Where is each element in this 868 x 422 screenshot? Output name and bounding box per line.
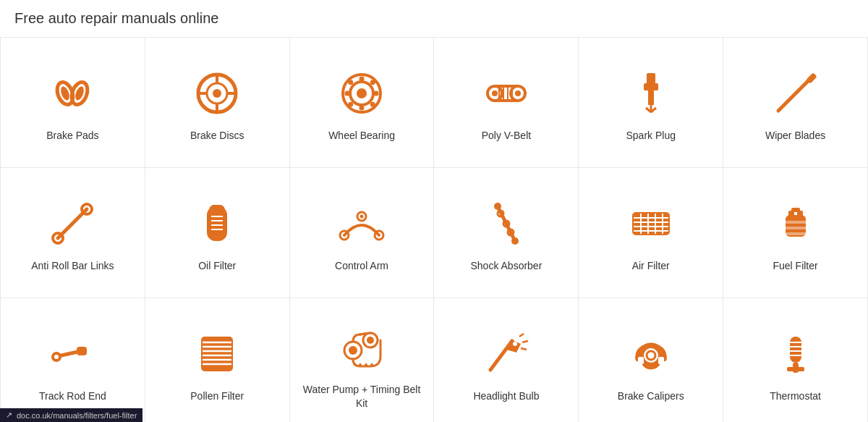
wheel-bearing-icon <box>336 68 387 119</box>
svg-rect-102 <box>638 357 644 364</box>
svg-rect-44 <box>211 205 223 209</box>
svg-point-13 <box>357 88 367 98</box>
card-label-air-filter: Air Filter <box>632 259 670 272</box>
card-oil-filter[interactable]: Oil Filter <box>145 168 290 298</box>
card-label-thermostat: Thermostat <box>770 389 821 402</box>
card-headlight-bulb[interactable]: Headlight Bulb <box>434 298 579 422</box>
svg-point-93 <box>365 363 367 366</box>
card-label-fuel-filter: Fuel Filter <box>773 259 817 272</box>
url-bar: ↗ doc.co.uk/manuals/filters/fuel-filter <box>0 408 142 422</box>
card-label-poly-v-belt: Poly V-Belt <box>482 129 531 142</box>
brake-discs-icon <box>192 68 242 119</box>
shock-absorber-icon <box>481 198 532 249</box>
card-label-water-pump-timing-belt-kit: Water Pump + Timing Belt Kit <box>297 383 427 409</box>
card-track-rod-end[interactable]: Track Rod End <box>1 298 145 422</box>
svg-rect-72 <box>786 221 806 224</box>
card-label-pollen-filter: Pollen Filter <box>190 389 244 402</box>
svg-rect-74 <box>786 232 806 235</box>
card-brake-discs[interactable]: Brake Discs <box>145 38 290 168</box>
svg-point-23 <box>492 90 498 96</box>
card-pollen-filter[interactable]: Pollen Filter <box>145 298 290 422</box>
headlight-bulb-icon <box>481 329 532 379</box>
svg-line-99 <box>521 348 527 350</box>
card-label-spark-plug: Spark Plug <box>626 129 676 142</box>
svg-point-87 <box>349 346 357 355</box>
svg-rect-104 <box>790 337 801 363</box>
svg-point-54 <box>494 203 501 210</box>
card-brake-pads[interactable]: Brake Pads <box>1 38 145 168</box>
card-label-anti-roll-bar-links: Anti Roll Bar Links <box>31 259 114 272</box>
url-bar-icon: ↗ <box>6 410 12 420</box>
svg-rect-34 <box>648 90 654 105</box>
url-bar-text: doc.co.uk/manuals/filters/fuel-filter <box>17 411 137 420</box>
svg-rect-110 <box>787 367 804 371</box>
svg-point-20 <box>370 80 375 85</box>
card-wheel-bearing[interactable]: Wheel Bearing <box>290 38 435 168</box>
card-label-wheel-bearing: Wheel Bearing <box>328 129 395 142</box>
svg-rect-103 <box>658 357 664 364</box>
svg-rect-71 <box>791 208 800 212</box>
card-label-control-arm: Control Arm <box>335 259 388 272</box>
thermostat-icon <box>770 329 821 379</box>
spark-plug-icon <box>626 68 676 119</box>
svg-rect-76 <box>77 347 87 355</box>
svg-rect-73 <box>786 227 806 229</box>
card-label-brake-calipers: Brake Calipers <box>618 389 684 402</box>
card-fuel-filter[interactable]: Fuel Filter <box>723 168 868 298</box>
svg-rect-32 <box>647 73 655 85</box>
svg-point-89 <box>367 337 374 344</box>
svg-point-16 <box>345 91 350 96</box>
svg-line-98 <box>522 341 528 342</box>
svg-point-92 <box>359 363 362 366</box>
svg-point-25 <box>515 90 521 96</box>
card-wiper-blades[interactable]: Wiper Blades <box>723 38 868 168</box>
air-filter-icon <box>626 198 676 249</box>
water-pump-timing-belt-kit-icon <box>336 322 387 373</box>
brake-calipers-icon <box>626 329 676 379</box>
control-arm-icon <box>336 198 387 249</box>
card-poly-v-belt[interactable]: Poly V-Belt <box>434 38 579 168</box>
card-water-pump-timing-belt-kit[interactable]: Water Pump + Timing Belt Kit <box>290 298 435 422</box>
oil-filter-icon <box>192 198 242 249</box>
page-title: Free auto repair manuals online <box>0 0 868 37</box>
svg-point-6 <box>213 89 221 98</box>
card-label-wiper-blades: Wiper Blades <box>765 129 825 142</box>
card-label-brake-discs: Brake Discs <box>190 129 244 142</box>
card-anti-roll-bar-links[interactable]: Anti Roll Bar Links <box>1 168 145 298</box>
svg-point-18 <box>348 80 353 85</box>
svg-point-52 <box>360 215 364 219</box>
wiper-blades-icon <box>770 68 821 119</box>
card-shock-absorber[interactable]: Shock Absorber <box>434 168 579 298</box>
svg-point-55 <box>511 237 519 245</box>
poly-v-belt-icon <box>481 68 532 119</box>
card-brake-calipers[interactable]: Brake Calipers <box>579 298 723 422</box>
svg-point-90 <box>359 333 362 336</box>
svg-point-96 <box>513 342 517 346</box>
svg-point-94 <box>370 363 373 366</box>
card-label-headlight-bulb: Headlight Bulb <box>473 389 539 402</box>
svg-point-19 <box>370 102 375 107</box>
card-label-shock-absorber: Shock Absorber <box>470 259 542 272</box>
track-rod-end-icon <box>47 329 98 379</box>
svg-point-15 <box>359 106 365 111</box>
svg-point-78 <box>54 355 59 359</box>
card-control-arm[interactable]: Control Arm <box>290 168 435 298</box>
svg-point-91 <box>363 332 366 335</box>
svg-rect-42 <box>208 208 226 240</box>
card-air-filter[interactable]: Air Filter <box>579 168 723 298</box>
fuel-filter-icon <box>770 198 821 249</box>
card-label-brake-pads: Brake Pads <box>46 129 98 142</box>
card-label-oil-filter: Oil Filter <box>198 259 236 272</box>
card-label-track-rod-end: Track Rod End <box>39 389 106 402</box>
card-thermostat[interactable]: Thermostat <box>723 298 868 422</box>
anti-roll-bar-links-icon <box>47 198 98 249</box>
parts-grid: Brake Pads Brake Discs <box>0 37 868 422</box>
svg-line-97 <box>519 334 524 337</box>
svg-rect-33 <box>644 83 658 90</box>
brake-pads-icon <box>47 68 98 119</box>
svg-point-21 <box>348 102 353 107</box>
card-spark-plug[interactable]: Spark Plug <box>579 38 723 168</box>
pollen-filter-icon <box>192 329 242 379</box>
svg-point-14 <box>359 77 365 82</box>
svg-point-17 <box>374 91 379 96</box>
